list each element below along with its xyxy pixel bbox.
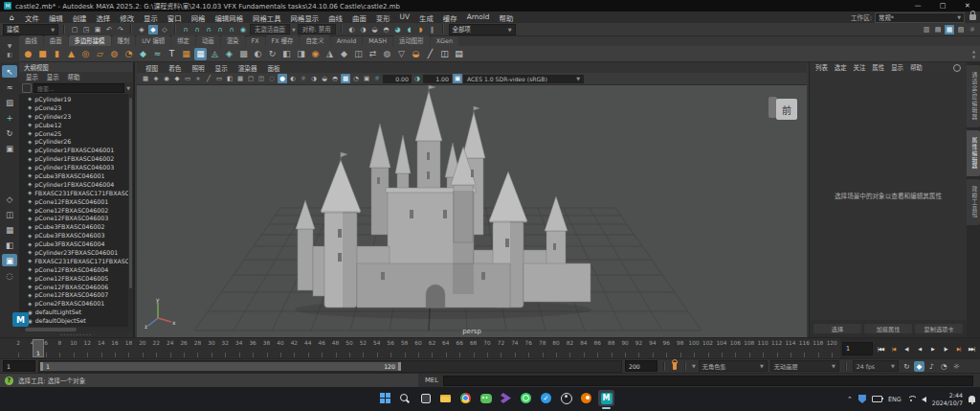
mel-label[interactable]: MEL bbox=[425, 377, 438, 384]
outliner-item[interactable]: ◈ pCone12FBXASC046005 bbox=[28, 274, 133, 283]
paint-select-tool-icon[interactable]: ▧ bbox=[2, 96, 17, 108]
folder-icon[interactable] bbox=[437, 390, 454, 406]
hypershade-icon[interactable]: ◕ bbox=[393, 25, 403, 34]
shaded-icon[interactable]: ● bbox=[278, 74, 287, 83]
menu-item[interactable]: 网格显示 bbox=[286, 12, 324, 23]
outliner-item[interactable]: ◈ FBXASC231FBXASC171FBXASC1 bbox=[28, 257, 133, 265]
menu-item[interactable]: 帮助 bbox=[495, 12, 519, 23]
outliner-item[interactable]: ◈ FBXASC231FBXASC171FBXASC1 bbox=[28, 189, 133, 197]
lock-camera-icon[interactable]: ◈ bbox=[151, 74, 161, 83]
outliner-item[interactable]: ◈ pCylinder1FBXASC046003 bbox=[28, 163, 133, 171]
wifi-icon[interactable] bbox=[907, 396, 916, 402]
textured-icon[interactable]: ◐ bbox=[288, 74, 298, 83]
exposure-icon[interactable]: ☼ bbox=[372, 74, 382, 83]
single-pane-layout-icon[interactable]: ◫ bbox=[2, 208, 17, 220]
playback-loop-icon[interactable]: ↻ bbox=[902, 361, 912, 372]
quad-draw-grid-icon[interactable]: ▩ bbox=[237, 48, 250, 60]
bevel-icon[interactable]: ◆ bbox=[338, 48, 350, 60]
make-live-icon[interactable]: ◉ bbox=[238, 25, 248, 34]
select-object-icon[interactable]: ◆ bbox=[148, 25, 158, 34]
offset-edge-loop-icon[interactable]: ▤ bbox=[453, 48, 465, 60]
attribute-editor-menu-item[interactable]: 列表 bbox=[815, 63, 828, 72]
menu-item[interactable]: 生成 bbox=[414, 12, 438, 23]
light-editor-icon[interactable]: ◖ bbox=[405, 25, 414, 34]
pause-icon[interactable]: ‖ bbox=[428, 25, 437, 34]
render-view-icon[interactable]: ◓ bbox=[382, 25, 391, 34]
color-management-icon[interactable]: ▣ bbox=[453, 74, 462, 83]
outliner-item[interactable]: ◈ pCylinder23 bbox=[28, 112, 133, 121]
select-component-icon[interactable]: ◇ bbox=[160, 25, 169, 34]
snap-projected-center-icon[interactable]: ∩ bbox=[215, 25, 225, 34]
boolean-icon[interactable]: ◉ bbox=[309, 48, 322, 60]
render-settings-icon[interactable]: ◒ bbox=[370, 25, 380, 34]
attribute-editor-button[interactable]: 复制选项卡 bbox=[915, 324, 963, 333]
outliner-item[interactable]: ◈ pCube3FBXASC046004 bbox=[28, 240, 133, 248]
volume-icon[interactable] bbox=[922, 397, 926, 402]
multisample-icon[interactable]: ▩ bbox=[341, 74, 350, 83]
move-tool-icon[interactable]: + bbox=[2, 111, 17, 124]
undo-icon[interactable]: ↶ bbox=[104, 25, 114, 34]
side-tab[interactable]: 建模工具包 bbox=[967, 179, 980, 225]
curve-tools-icon[interactable]: ≈ bbox=[151, 48, 164, 60]
battery-icon[interactable] bbox=[872, 396, 882, 402]
gamma-icon[interactable]: ◑ bbox=[412, 74, 422, 83]
outliner-item[interactable]: ◈ pCylinder26 bbox=[28, 137, 133, 146]
rotate-tool-icon[interactable]: ↻ bbox=[2, 126, 17, 139]
pin-icon[interactable] bbox=[953, 64, 961, 72]
menu-item[interactable]: 网格工具 bbox=[248, 12, 286, 23]
attribute-editor-menu-item[interactable]: 属性 bbox=[872, 63, 884, 72]
construction-plane-icon[interactable]: ◬ bbox=[209, 48, 221, 60]
tray-expand-icon[interactable]: ⌃ bbox=[847, 396, 853, 403]
menu-item[interactable]: 缓存 bbox=[438, 12, 462, 23]
telegram-icon[interactable] bbox=[538, 390, 554, 406]
shadows-icon[interactable]: ◑ bbox=[309, 74, 319, 83]
taskview-icon[interactable] bbox=[417, 390, 434, 406]
outliner-item[interactable]: ◈ pCone12FBXASC046003 bbox=[28, 214, 133, 222]
image-plane-icon[interactable]: ▭ bbox=[183, 74, 192, 83]
viewport-canvas[interactable]: 前 yxz persp bbox=[137, 85, 807, 337]
paint-effects-icon[interactable]: ◗ bbox=[416, 25, 426, 34]
step-back-key-button[interactable]: |◀ bbox=[887, 342, 901, 354]
shelf-tab[interactable]: FX 缓存 bbox=[266, 35, 300, 46]
menu-item[interactable]: 文件 bbox=[20, 12, 44, 23]
wechat-icon[interactable] bbox=[478, 390, 494, 406]
attribute-editor-button[interactable]: 选择 bbox=[813, 324, 861, 333]
2d-pan-zoom-icon[interactable]: + bbox=[193, 74, 203, 83]
outliner-item[interactable]: ◈ pCone12FBXASC046004 bbox=[28, 265, 133, 274]
current-frame-field[interactable]: 1 bbox=[842, 342, 873, 355]
search-input[interactable] bbox=[33, 83, 124, 93]
universal-manip-icon[interactable]: ◇ bbox=[2, 193, 17, 205]
security-shield-icon[interactable] bbox=[858, 395, 866, 403]
extrude-icon[interactable]: ◮ bbox=[323, 48, 336, 60]
fps-selector[interactable]: 24 fps▼ bbox=[853, 360, 899, 372]
vstudio-icon[interactable] bbox=[498, 390, 514, 406]
menu-item[interactable]: 显示 bbox=[139, 12, 163, 23]
zoom-region-icon[interactable]: ◌ bbox=[2, 269, 17, 282]
play-forward-button[interactable]: ▶ bbox=[926, 342, 940, 354]
person-icon[interactable] bbox=[558, 390, 574, 406]
menu-item[interactable]: 修改 bbox=[115, 12, 139, 23]
multi-cut-icon[interactable]: ╱ bbox=[424, 48, 436, 60]
gamma-field[interactable]: 1.00 bbox=[423, 75, 452, 83]
workspace-settings-icon[interactable]: ☼ bbox=[968, 25, 977, 34]
attribute-editor-toggle-icon[interactable]: ▧ bbox=[956, 25, 966, 34]
colorspace-selector[interactable]: ACES 1.0 SDR-video (sRGB)▼ bbox=[463, 75, 584, 83]
preferences-icon[interactable]: ☼ bbox=[951, 361, 962, 372]
isolate-select-icon[interactable]: ▣ bbox=[2, 254, 17, 266]
anim-layer-selector[interactable]: 无动画层▼ bbox=[770, 360, 839, 372]
snap-view-plane-icon[interactable]: ∩ bbox=[227, 25, 236, 34]
outliner-menu-item[interactable]: 帮助 bbox=[68, 73, 80, 81]
outliner-item[interactable]: ◈ pCone2FBXASC046001 bbox=[28, 299, 133, 308]
poly-disc-icon[interactable]: ◍ bbox=[108, 48, 121, 60]
chevron-down-icon[interactable]: ▼ bbox=[692, 363, 696, 369]
view-gizmo[interactable]: 前 bbox=[768, 97, 797, 122]
home-icon[interactable]: ⌂ bbox=[4, 13, 20, 22]
viewport-menu-item[interactable]: 视图 bbox=[145, 63, 158, 73]
menu-item[interactable]: 创建 bbox=[68, 12, 92, 23]
menu-item[interactable]: 网格 bbox=[187, 12, 211, 23]
attribute-editor-menu-item[interactable]: 帮助 bbox=[910, 63, 923, 72]
snap-point-icon[interactable]: ∩ bbox=[204, 25, 213, 34]
range-slider[interactable]: 1 120 bbox=[38, 360, 622, 373]
sculpt-icon[interactable]: ◒ bbox=[410, 48, 422, 60]
outliner-item[interactable]: ◈ pCone12FBXASC046006 bbox=[28, 283, 133, 291]
